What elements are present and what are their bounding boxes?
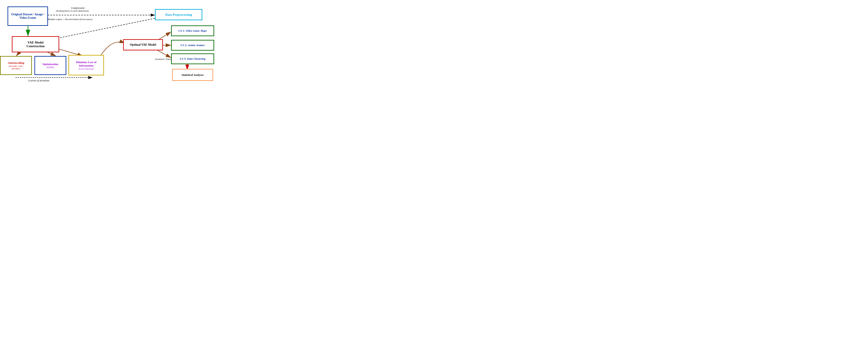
optimization-sub-label: (ELBO) [47, 66, 54, 68]
statistical-analyses-box: Statistical Analyses [172, 69, 213, 81]
compression-label: Compression [71, 6, 85, 10]
data-preprocessing-label: Data Preprocessing [165, 13, 192, 17]
cs3-box: CS 3: Data Clustering [171, 53, 214, 64]
statistical-analyses-label: Statistical Analyses [181, 73, 204, 77]
minimize-loss-box: Minimize Loss ofInformation (Loss Functi… [68, 55, 104, 76]
autoencoding-sub-label: (encoder, code,decoder) [9, 65, 23, 70]
svg-line-6 [50, 18, 155, 40]
original-dataset-label: Original Dataset / Image / Video Frame [8, 13, 48, 20]
optimal-vae-label: Optimal VAE Model [130, 43, 156, 47]
original-dataset-box: Original Dataset / Image / Video Frame [7, 6, 48, 26]
cs2-label: CS 2: Anime Avatars [181, 44, 205, 47]
data-preprocessing-box: Data Preprocessing [155, 9, 202, 20]
vae-model-construction-box: VAE ModelConstruction [12, 36, 59, 52]
multiple-copies-label: Multiple copies + Decolorization (if nec… [48, 18, 92, 21]
vae-model-label: VAE ModelConstruction [27, 41, 44, 48]
diagram: Original Dataset / Image / Video Frame D… [0, 0, 217, 86]
cs2-box: CS 2: Anime Avatars [171, 40, 214, 51]
optimal-vae-box: Optimal VAE Model [123, 39, 163, 50]
optimization-main-label: Optimization [42, 62, 58, 66]
autoencoding-box: Autoencoding (encoder, code,decoder) [0, 56, 32, 75]
cs3-label: CS 3: Data Clustering [180, 57, 206, 60]
cs1-label: CS 1: Video Game Maps [179, 29, 207, 32]
optimization-box: Optimization (ELBO) [34, 56, 66, 75]
iterations-label: A series of iterations [28, 79, 49, 82]
minimize-loss-main-label: Minimize Loss ofInformation [76, 60, 96, 67]
scaling-factor-label: (Scaling factor in each dimension) [56, 9, 89, 12]
autoencoding-main-label: Autoencoding [7, 61, 24, 65]
cs1-box: CS 1: Video Game Maps [171, 25, 214, 36]
minimize-loss-sub-label: (Loss Function) [79, 67, 94, 70]
